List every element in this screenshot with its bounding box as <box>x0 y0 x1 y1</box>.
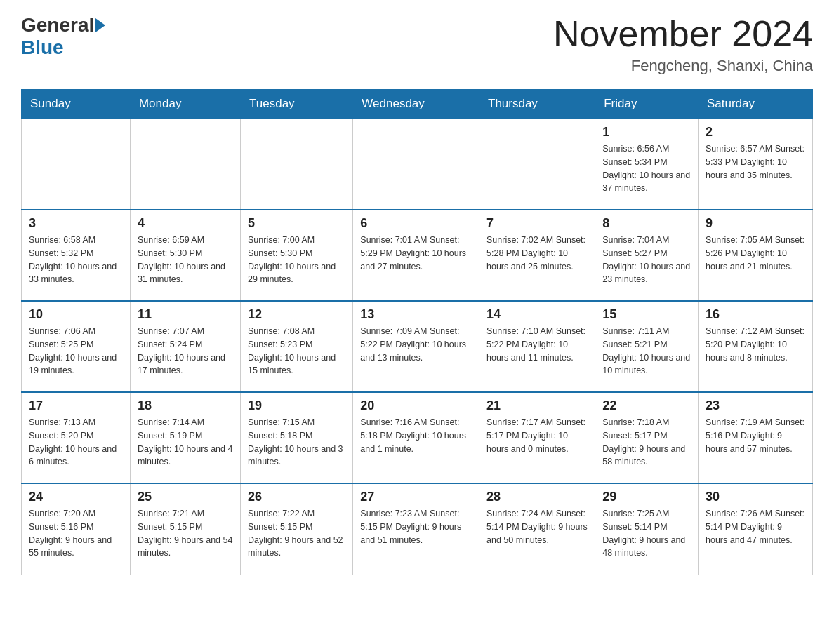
day-info: Sunrise: 7:18 AM Sunset: 5:17 PM Dayligh… <box>602 416 691 469</box>
day-number: 1 <box>602 125 691 140</box>
calendar-cell <box>130 119 240 210</box>
calendar-body: 1Sunrise: 6:56 AM Sunset: 5:34 PM Daylig… <box>22 119 813 575</box>
day-number: 27 <box>360 490 472 504</box>
calendar-cell: 27Sunrise: 7:23 AM Sunset: 5:15 PM Dayli… <box>353 483 479 575</box>
day-number: 17 <box>29 398 123 413</box>
calendar-week-row: 3Sunrise: 6:58 AM Sunset: 5:32 PM Daylig… <box>22 210 813 301</box>
month-year-title: November 2024 <box>553 14 813 54</box>
weekday-header-row: SundayMondayTuesdayWednesdayThursdayFrid… <box>22 90 813 119</box>
calendar-cell: 19Sunrise: 7:15 AM Sunset: 5:18 PM Dayli… <box>241 392 353 483</box>
calendar-cell: 3Sunrise: 6:58 AM Sunset: 5:32 PM Daylig… <box>22 210 131 301</box>
day-info: Sunrise: 7:09 AM Sunset: 5:22 PM Dayligh… <box>360 325 472 364</box>
day-number: 26 <box>248 490 345 504</box>
logo: General Blue <box>21 14 107 59</box>
calendar-cell <box>241 119 353 210</box>
logo-blue: Blue <box>21 36 64 58</box>
day-info: Sunrise: 7:13 AM Sunset: 5:20 PM Dayligh… <box>29 416 123 469</box>
calendar-table: SundayMondayTuesdayWednesdayThursdayFrid… <box>21 89 813 575</box>
day-info: Sunrise: 7:16 AM Sunset: 5:18 PM Dayligh… <box>360 416 472 455</box>
day-number: 18 <box>138 398 233 413</box>
day-info: Sunrise: 7:04 AM Sunset: 5:27 PM Dayligh… <box>602 234 691 286</box>
day-info: Sunrise: 6:59 AM Sunset: 5:30 PM Dayligh… <box>138 234 233 286</box>
day-info: Sunrise: 7:02 AM Sunset: 5:28 PM Dayligh… <box>486 234 588 273</box>
calendar-cell: 7Sunrise: 7:02 AM Sunset: 5:28 PM Daylig… <box>479 210 595 301</box>
weekday-header-saturday: Saturday <box>698 90 812 119</box>
day-info: Sunrise: 7:00 AM Sunset: 5:30 PM Dayligh… <box>248 234 345 286</box>
calendar-cell: 22Sunrise: 7:18 AM Sunset: 5:17 PM Dayli… <box>595 392 699 483</box>
calendar-cell <box>479 119 595 210</box>
calendar-week-row: 24Sunrise: 7:20 AM Sunset: 5:16 PM Dayli… <box>22 483 813 575</box>
day-info: Sunrise: 7:25 AM Sunset: 5:14 PM Dayligh… <box>602 507 691 560</box>
calendar-cell: 23Sunrise: 7:19 AM Sunset: 5:16 PM Dayli… <box>698 392 812 483</box>
calendar-cell: 30Sunrise: 7:26 AM Sunset: 5:14 PM Dayli… <box>698 483 812 575</box>
day-info: Sunrise: 7:01 AM Sunset: 5:29 PM Dayligh… <box>360 234 472 273</box>
logo-general: General <box>21 14 94 36</box>
day-info: Sunrise: 7:19 AM Sunset: 5:16 PM Dayligh… <box>706 416 805 455</box>
day-info: Sunrise: 7:12 AM Sunset: 5:20 PM Dayligh… <box>706 325 805 364</box>
calendar-cell: 2Sunrise: 6:57 AM Sunset: 5:33 PM Daylig… <box>698 119 812 210</box>
calendar-cell: 28Sunrise: 7:24 AM Sunset: 5:14 PM Dayli… <box>479 483 595 575</box>
logo-arrow-icon <box>95 18 105 32</box>
day-number: 29 <box>602 490 691 504</box>
day-number: 16 <box>706 307 805 322</box>
day-info: Sunrise: 7:11 AM Sunset: 5:21 PM Dayligh… <box>602 325 691 377</box>
day-info: Sunrise: 6:58 AM Sunset: 5:32 PM Dayligh… <box>29 234 123 286</box>
day-number: 21 <box>486 398 588 413</box>
day-info: Sunrise: 7:08 AM Sunset: 5:23 PM Dayligh… <box>248 325 345 377</box>
calendar-cell: 5Sunrise: 7:00 AM Sunset: 5:30 PM Daylig… <box>241 210 353 301</box>
calendar-cell: 9Sunrise: 7:05 AM Sunset: 5:26 PM Daylig… <box>698 210 812 301</box>
day-number: 19 <box>248 398 345 413</box>
calendar-cell: 24Sunrise: 7:20 AM Sunset: 5:16 PM Dayli… <box>22 483 131 575</box>
location-subtitle: Fengcheng, Shanxi, China <box>553 57 813 75</box>
calendar-cell: 25Sunrise: 7:21 AM Sunset: 5:15 PM Dayli… <box>130 483 240 575</box>
weekday-header-sunday: Sunday <box>22 90 131 119</box>
calendar-cell: 4Sunrise: 6:59 AM Sunset: 5:30 PM Daylig… <box>130 210 240 301</box>
day-number: 30 <box>706 490 805 504</box>
calendar-cell: 18Sunrise: 7:14 AM Sunset: 5:19 PM Dayli… <box>130 392 240 483</box>
day-number: 22 <box>602 398 691 413</box>
day-info: Sunrise: 7:23 AM Sunset: 5:15 PM Dayligh… <box>360 507 472 546</box>
day-number: 24 <box>29 490 123 504</box>
title-block: November 2024 Fengcheng, Shanxi, China <box>553 14 813 75</box>
day-number: 8 <box>602 216 691 231</box>
day-number: 23 <box>706 398 805 413</box>
calendar-cell <box>353 119 479 210</box>
calendar-week-row: 1Sunrise: 6:56 AM Sunset: 5:34 PM Daylig… <box>22 119 813 210</box>
day-number: 15 <box>602 307 691 322</box>
weekday-header-monday: Monday <box>130 90 240 119</box>
day-number: 12 <box>248 307 345 322</box>
day-number: 11 <box>138 307 233 322</box>
day-info: Sunrise: 7:22 AM Sunset: 5:15 PM Dayligh… <box>248 507 345 560</box>
day-number: 28 <box>486 490 588 504</box>
calendar-cell: 10Sunrise: 7:06 AM Sunset: 5:25 PM Dayli… <box>22 301 131 392</box>
day-info: Sunrise: 7:05 AM Sunset: 5:26 PM Dayligh… <box>706 234 805 273</box>
calendar-cell: 14Sunrise: 7:10 AM Sunset: 5:22 PM Dayli… <box>479 301 595 392</box>
page-header: General Blue November 2024 Fengcheng, Sh… <box>21 14 813 75</box>
day-number: 13 <box>360 307 472 322</box>
day-number: 6 <box>360 216 472 231</box>
day-info: Sunrise: 7:17 AM Sunset: 5:17 PM Dayligh… <box>486 416 588 455</box>
day-info: Sunrise: 7:06 AM Sunset: 5:25 PM Dayligh… <box>29 325 123 377</box>
day-number: 10 <box>29 307 123 322</box>
calendar-cell: 12Sunrise: 7:08 AM Sunset: 5:23 PM Dayli… <box>241 301 353 392</box>
day-number: 14 <box>486 307 588 322</box>
calendar-cell: 29Sunrise: 7:25 AM Sunset: 5:14 PM Dayli… <box>595 483 699 575</box>
calendar-cell: 21Sunrise: 7:17 AM Sunset: 5:17 PM Dayli… <box>479 392 595 483</box>
calendar-cell: 20Sunrise: 7:16 AM Sunset: 5:18 PM Dayli… <box>353 392 479 483</box>
day-info: Sunrise: 7:14 AM Sunset: 5:19 PM Dayligh… <box>138 416 233 469</box>
calendar-cell: 26Sunrise: 7:22 AM Sunset: 5:15 PM Dayli… <box>241 483 353 575</box>
calendar-cell: 1Sunrise: 6:56 AM Sunset: 5:34 PM Daylig… <box>595 119 699 210</box>
day-number: 9 <box>706 216 805 231</box>
weekday-header-thursday: Thursday <box>479 90 595 119</box>
weekday-header-tuesday: Tuesday <box>241 90 353 119</box>
weekday-header-friday: Friday <box>595 90 699 119</box>
day-info: Sunrise: 7:15 AM Sunset: 5:18 PM Dayligh… <box>248 416 345 469</box>
calendar-cell: 11Sunrise: 7:07 AM Sunset: 5:24 PM Dayli… <box>130 301 240 392</box>
day-number: 7 <box>486 216 588 231</box>
day-info: Sunrise: 7:24 AM Sunset: 5:14 PM Dayligh… <box>486 507 588 546</box>
day-number: 25 <box>138 490 233 504</box>
calendar-cell: 6Sunrise: 7:01 AM Sunset: 5:29 PM Daylig… <box>353 210 479 301</box>
day-number: 2 <box>706 125 805 140</box>
day-info: Sunrise: 6:57 AM Sunset: 5:33 PM Dayligh… <box>706 142 805 182</box>
calendar-cell: 15Sunrise: 7:11 AM Sunset: 5:21 PM Dayli… <box>595 301 699 392</box>
